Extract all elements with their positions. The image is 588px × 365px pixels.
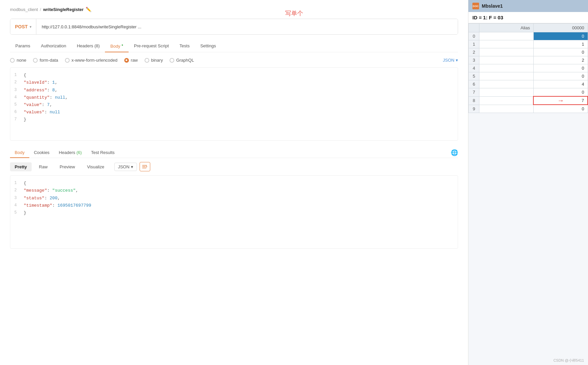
json-format-select[interactable]: JSON ▾ [443, 58, 458, 63]
radio-graphql[interactable] [170, 58, 174, 63]
request-body-editor[interactable]: 1 { 2 "slaveId": 1, 3 "address": 8, 4 "q… [10, 67, 458, 141]
code-line-5: 5 "value": 7, [10, 101, 458, 109]
option-none[interactable]: none [10, 58, 26, 63]
breadcrumb: modbus_client / writeSingleRegister ✏️ [10, 7, 458, 12]
row-alias [479, 72, 534, 80]
row-value: 1 [533, 40, 588, 48]
tab-headers[interactable]: Headers (8) [72, 40, 105, 52]
table-row: 90 [469, 105, 588, 113]
row-alias [479, 48, 534, 56]
method-label: POST [15, 24, 28, 29]
option-form-data[interactable]: form-data [33, 58, 58, 63]
row-value: 0 [533, 64, 588, 72]
resp-line-5: 5 } [10, 209, 458, 217]
code-line-4: 4 "quantity": null, [10, 94, 458, 101]
tab-authorization[interactable]: Authorization [36, 40, 72, 52]
row-index: 1 [469, 40, 479, 48]
row-alias [479, 32, 534, 40]
tab-tests[interactable]: Tests [174, 40, 195, 52]
resp-tab-cookies[interactable]: Cookies [29, 147, 54, 158]
table-row: 50 [469, 72, 588, 80]
mbslave-subtitle: ID = 1: F = 03 [468, 12, 588, 23]
response-body-editor: 1 { 2 "message": "success", 3 "status": … [10, 175, 458, 249]
resp-line-1: 1 { [10, 180, 458, 187]
mbslave-title: Mbslave1 [482, 3, 503, 9]
url-input[interactable] [36, 19, 458, 34]
row-value: 0 [533, 72, 588, 80]
request-tabs: Params Authorization Headers (8) Body ● … [10, 40, 458, 52]
table-row: 8→7 [469, 96, 588, 105]
wrap-button[interactable] [140, 162, 150, 171]
row-alias [479, 96, 534, 105]
fmt-visualize[interactable]: Visualize [82, 162, 109, 171]
edit-icon[interactable]: ✏️ [86, 7, 91, 12]
breadcrumb-current: writeSingleRegister [43, 7, 83, 12]
row-index: 3 [469, 56, 479, 64]
row-alias [479, 56, 534, 64]
tab-body[interactable]: Body ● [105, 40, 129, 52]
chevron-down-icon: ▾ [30, 25, 31, 29]
row-alias [479, 88, 534, 97]
chevron-down-icon: ▾ [131, 164, 133, 169]
resp-tab-headers[interactable]: Headers (6) [54, 147, 87, 158]
row-index: 6 [469, 80, 479, 88]
radio-urlencoded[interactable] [65, 58, 70, 63]
tab-params[interactable]: Params [10, 40, 36, 52]
table-row: 64 [469, 80, 588, 88]
option-urlencoded[interactable]: x-www-form-urlencoded [65, 58, 118, 63]
watermark: CSDN @小样5411 [468, 356, 588, 365]
format-bar: Pretty Raw Preview Visualize JSON ▾ [10, 162, 458, 171]
code-line-6: 6 "values": null [10, 109, 458, 116]
table-row: 32 [469, 56, 588, 64]
row-value: 2 [533, 56, 588, 64]
radio-none[interactable] [10, 58, 15, 63]
resp-tab-body[interactable]: Body [10, 147, 29, 158]
fmt-raw[interactable]: Raw [34, 162, 52, 171]
row-index: 2 [469, 48, 479, 56]
resp-line-2: 2 "message": "success", [10, 187, 458, 194]
row-index: 4 [469, 64, 479, 72]
radio-raw[interactable] [124, 58, 129, 63]
option-raw[interactable]: raw [124, 58, 138, 63]
code-line-2: 2 "slaveId": 1, [10, 79, 458, 86]
breadcrumb-separator: / [40, 7, 41, 12]
fmt-pretty[interactable]: Pretty [10, 162, 32, 171]
mbslave-header: DOC Mbslave1 [468, 0, 588, 12]
row-index: 0 [469, 32, 479, 40]
col-index [469, 24, 479, 32]
code-line-1: 1 { [10, 72, 458, 79]
tab-settings[interactable]: Settings [195, 40, 221, 52]
globe-icon[interactable]: 🌐 [451, 149, 458, 156]
response-tabs: Body Cookies Headers (6) Test Results 🌐 [10, 147, 458, 158]
resp-tab-test-results[interactable]: Test Results [86, 147, 119, 158]
slave-table: Alias 00000 00112032405064708→790 [468, 23, 588, 113]
table-row: 70 [469, 88, 588, 97]
row-index: 5 [469, 72, 479, 80]
doc-icon: DOC [472, 3, 479, 9]
breadcrumb-parent[interactable]: modbus_client [10, 7, 38, 12]
fmt-preview[interactable]: Preview [55, 162, 80, 171]
row-alias [479, 64, 534, 72]
resp-format-select[interactable]: JSON ▾ [114, 163, 137, 171]
row-index: 7 [469, 88, 479, 97]
page-title: 写单个 [285, 9, 303, 17]
table-row: 00 [469, 32, 588, 40]
radio-binary[interactable] [145, 58, 149, 63]
option-binary[interactable]: binary [145, 58, 163, 63]
table-row: 11 [469, 40, 588, 48]
row-alias [479, 40, 534, 48]
table-row: 20 [469, 48, 588, 56]
response-section: Body Cookies Headers (6) Test Results 🌐 … [10, 147, 458, 249]
radio-form-data[interactable] [33, 58, 38, 63]
resp-line-3: 3 "status": 200, [10, 195, 458, 202]
tab-prerequest[interactable]: Pre-request Script [129, 40, 174, 52]
row-value: 0 [533, 88, 588, 97]
method-select[interactable]: POST ▾ [10, 19, 36, 34]
code-line-7: 7 } [10, 116, 458, 123]
row-value: 4 [533, 80, 588, 88]
url-bar: POST ▾ [10, 19, 458, 35]
resp-line-4: 4 "timestamp": 1695017697799 [10, 202, 458, 209]
red-arrow-icon: → [557, 97, 564, 104]
option-graphql[interactable]: GraphQL [170, 58, 194, 63]
row-value: →7 [533, 96, 588, 105]
